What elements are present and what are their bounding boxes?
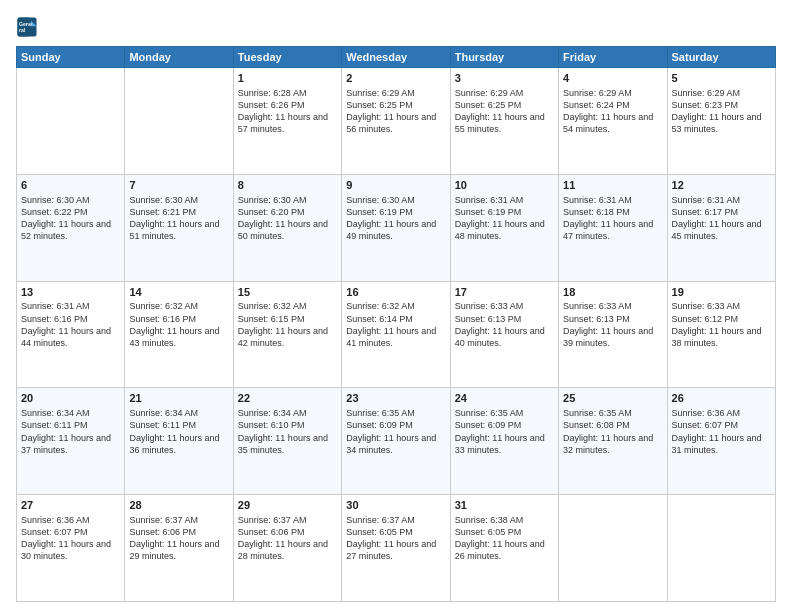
day-number: 1 (238, 71, 337, 86)
calendar-cell: 2Sunrise: 6:29 AMSunset: 6:25 PMDaylight… (342, 68, 450, 175)
day-number: 25 (563, 391, 662, 406)
day-info: Sunrise: 6:35 AMSunset: 6:08 PMDaylight:… (563, 408, 653, 454)
svg-text:Gene: Gene (19, 21, 32, 27)
calendar-cell: 15Sunrise: 6:32 AMSunset: 6:15 PMDayligh… (233, 281, 341, 388)
logo-icon: Gene ral (16, 16, 38, 38)
calendar-cell: 7Sunrise: 6:30 AMSunset: 6:21 PMDaylight… (125, 174, 233, 281)
day-info: Sunrise: 6:35 AMSunset: 6:09 PMDaylight:… (455, 408, 545, 454)
weekday-header: Monday (125, 47, 233, 68)
day-info: Sunrise: 6:31 AMSunset: 6:19 PMDaylight:… (455, 195, 545, 241)
calendar-cell: 13Sunrise: 6:31 AMSunset: 6:16 PMDayligh… (17, 281, 125, 388)
weekday-header: Tuesday (233, 47, 341, 68)
weekday-header: Saturday (667, 47, 775, 68)
calendar-cell: 10Sunrise: 6:31 AMSunset: 6:19 PMDayligh… (450, 174, 558, 281)
day-info: Sunrise: 6:29 AMSunset: 6:25 PMDaylight:… (455, 88, 545, 134)
day-info: Sunrise: 6:31 AMSunset: 6:17 PMDaylight:… (672, 195, 762, 241)
day-number: 18 (563, 285, 662, 300)
calendar-table: SundayMondayTuesdayWednesdayThursdayFrid… (16, 46, 776, 602)
calendar-cell (17, 68, 125, 175)
day-info: Sunrise: 6:33 AMSunset: 6:13 PMDaylight:… (455, 301, 545, 347)
calendar-cell: 9Sunrise: 6:30 AMSunset: 6:19 PMDaylight… (342, 174, 450, 281)
calendar-cell: 4Sunrise: 6:29 AMSunset: 6:24 PMDaylight… (559, 68, 667, 175)
day-number: 2 (346, 71, 445, 86)
day-number: 31 (455, 498, 554, 513)
calendar-cell: 1Sunrise: 6:28 AMSunset: 6:26 PMDaylight… (233, 68, 341, 175)
calendar-cell: 28Sunrise: 6:37 AMSunset: 6:06 PMDayligh… (125, 495, 233, 602)
calendar-cell: 11Sunrise: 6:31 AMSunset: 6:18 PMDayligh… (559, 174, 667, 281)
day-info: Sunrise: 6:34 AMSunset: 6:10 PMDaylight:… (238, 408, 328, 454)
day-number: 22 (238, 391, 337, 406)
day-info: Sunrise: 6:33 AMSunset: 6:13 PMDaylight:… (563, 301, 653, 347)
day-number: 7 (129, 178, 228, 193)
day-number: 10 (455, 178, 554, 193)
day-info: Sunrise: 6:34 AMSunset: 6:11 PMDaylight:… (129, 408, 219, 454)
day-number: 30 (346, 498, 445, 513)
page: Gene ral SundayMondayTuesdayWednesdayThu… (0, 0, 792, 612)
day-number: 8 (238, 178, 337, 193)
calendar-cell: 17Sunrise: 6:33 AMSunset: 6:13 PMDayligh… (450, 281, 558, 388)
day-info: Sunrise: 6:37 AMSunset: 6:06 PMDaylight:… (238, 515, 328, 561)
calendar-cell: 25Sunrise: 6:35 AMSunset: 6:08 PMDayligh… (559, 388, 667, 495)
day-number: 13 (21, 285, 120, 300)
calendar-cell: 5Sunrise: 6:29 AMSunset: 6:23 PMDaylight… (667, 68, 775, 175)
calendar-cell: 27Sunrise: 6:36 AMSunset: 6:07 PMDayligh… (17, 495, 125, 602)
calendar-cell: 21Sunrise: 6:34 AMSunset: 6:11 PMDayligh… (125, 388, 233, 495)
day-number: 28 (129, 498, 228, 513)
day-info: Sunrise: 6:37 AMSunset: 6:05 PMDaylight:… (346, 515, 436, 561)
day-info: Sunrise: 6:29 AMSunset: 6:23 PMDaylight:… (672, 88, 762, 134)
weekday-header: Friday (559, 47, 667, 68)
day-info: Sunrise: 6:30 AMSunset: 6:21 PMDaylight:… (129, 195, 219, 241)
day-number: 17 (455, 285, 554, 300)
calendar-week-row: 1Sunrise: 6:28 AMSunset: 6:26 PMDaylight… (17, 68, 776, 175)
calendar-cell: 24Sunrise: 6:35 AMSunset: 6:09 PMDayligh… (450, 388, 558, 495)
logo: Gene ral (16, 16, 42, 38)
day-info: Sunrise: 6:32 AMSunset: 6:15 PMDaylight:… (238, 301, 328, 347)
calendar-cell: 18Sunrise: 6:33 AMSunset: 6:13 PMDayligh… (559, 281, 667, 388)
day-info: Sunrise: 6:31 AMSunset: 6:18 PMDaylight:… (563, 195, 653, 241)
day-info: Sunrise: 6:35 AMSunset: 6:09 PMDaylight:… (346, 408, 436, 454)
day-info: Sunrise: 6:29 AMSunset: 6:25 PMDaylight:… (346, 88, 436, 134)
day-info: Sunrise: 6:37 AMSunset: 6:06 PMDaylight:… (129, 515, 219, 561)
calendar-cell: 31Sunrise: 6:38 AMSunset: 6:05 PMDayligh… (450, 495, 558, 602)
day-number: 9 (346, 178, 445, 193)
calendar-cell (667, 495, 775, 602)
day-info: Sunrise: 6:36 AMSunset: 6:07 PMDaylight:… (21, 515, 111, 561)
calendar-cell: 8Sunrise: 6:30 AMSunset: 6:20 PMDaylight… (233, 174, 341, 281)
day-number: 26 (672, 391, 771, 406)
day-info: Sunrise: 6:33 AMSunset: 6:12 PMDaylight:… (672, 301, 762, 347)
day-info: Sunrise: 6:34 AMSunset: 6:11 PMDaylight:… (21, 408, 111, 454)
weekday-header: Wednesday (342, 47, 450, 68)
day-number: 24 (455, 391, 554, 406)
calendar-cell: 3Sunrise: 6:29 AMSunset: 6:25 PMDaylight… (450, 68, 558, 175)
calendar-cell: 19Sunrise: 6:33 AMSunset: 6:12 PMDayligh… (667, 281, 775, 388)
day-info: Sunrise: 6:30 AMSunset: 6:22 PMDaylight:… (21, 195, 111, 241)
calendar-cell: 12Sunrise: 6:31 AMSunset: 6:17 PMDayligh… (667, 174, 775, 281)
day-number: 6 (21, 178, 120, 193)
day-number: 16 (346, 285, 445, 300)
day-number: 21 (129, 391, 228, 406)
day-info: Sunrise: 6:30 AMSunset: 6:19 PMDaylight:… (346, 195, 436, 241)
day-number: 3 (455, 71, 554, 86)
calendar-cell: 16Sunrise: 6:32 AMSunset: 6:14 PMDayligh… (342, 281, 450, 388)
day-info: Sunrise: 6:38 AMSunset: 6:05 PMDaylight:… (455, 515, 545, 561)
calendar-cell: 6Sunrise: 6:30 AMSunset: 6:22 PMDaylight… (17, 174, 125, 281)
header: Gene ral (16, 16, 776, 38)
calendar-week-row: 20Sunrise: 6:34 AMSunset: 6:11 PMDayligh… (17, 388, 776, 495)
calendar-week-row: 13Sunrise: 6:31 AMSunset: 6:16 PMDayligh… (17, 281, 776, 388)
calendar-cell: 22Sunrise: 6:34 AMSunset: 6:10 PMDayligh… (233, 388, 341, 495)
calendar-cell: 30Sunrise: 6:37 AMSunset: 6:05 PMDayligh… (342, 495, 450, 602)
day-info: Sunrise: 6:32 AMSunset: 6:14 PMDaylight:… (346, 301, 436, 347)
day-info: Sunrise: 6:28 AMSunset: 6:26 PMDaylight:… (238, 88, 328, 134)
day-number: 27 (21, 498, 120, 513)
day-info: Sunrise: 6:32 AMSunset: 6:16 PMDaylight:… (129, 301, 219, 347)
calendar-week-row: 27Sunrise: 6:36 AMSunset: 6:07 PMDayligh… (17, 495, 776, 602)
day-number: 5 (672, 71, 771, 86)
day-number: 11 (563, 178, 662, 193)
day-number: 20 (21, 391, 120, 406)
calendar-cell: 23Sunrise: 6:35 AMSunset: 6:09 PMDayligh… (342, 388, 450, 495)
day-number: 12 (672, 178, 771, 193)
day-number: 14 (129, 285, 228, 300)
calendar-header-row: SundayMondayTuesdayWednesdayThursdayFrid… (17, 47, 776, 68)
day-number: 29 (238, 498, 337, 513)
day-number: 23 (346, 391, 445, 406)
